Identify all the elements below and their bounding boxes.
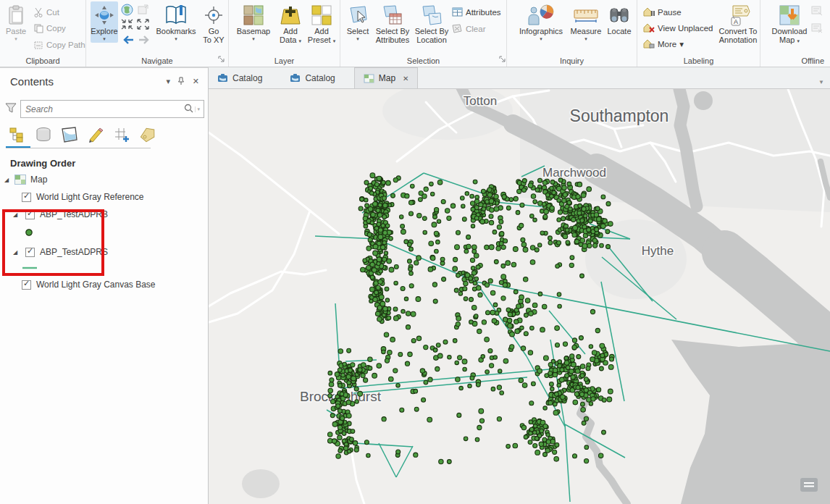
tree-item-map[interactable]: ◢ Map bbox=[0, 172, 47, 188]
tab-map-active[interactable]: Map ✕ bbox=[354, 67, 419, 88]
cut-button[interactable]: Cut bbox=[33, 5, 59, 19]
expand-icon[interactable]: ◢ bbox=[13, 249, 20, 256]
back-arrow-icon bbox=[121, 35, 134, 45]
expand-icon[interactable]: ◢ bbox=[13, 211, 20, 218]
contents-menu-caret-icon[interactable]: ▾ bbox=[166, 77, 170, 86]
list-by-data-source-icon[interactable] bbox=[33, 126, 53, 143]
catalog-tab-icon bbox=[217, 73, 228, 83]
basemap-icon bbox=[243, 4, 264, 27]
convert-to-annotation-button[interactable]: A Convert To Annotation bbox=[717, 1, 759, 45]
copy-path-icon bbox=[33, 40, 43, 50]
zoom-full-arrows-button[interactable] bbox=[137, 19, 149, 33]
list-by-labeling-icon[interactable] bbox=[138, 126, 157, 143]
view-unplaced-button[interactable]: View Unplaced bbox=[643, 21, 713, 35]
arcgis-pro-window: Paste ▾ Cut Copy Copy Path Clipboard bbox=[0, 0, 830, 504]
map-node-icon bbox=[14, 175, 26, 185]
clear-label: Clear bbox=[466, 25, 485, 33]
download-map-icon bbox=[779, 4, 800, 27]
paste-button[interactable]: Paste ▾ bbox=[1, 1, 30, 43]
full-extent-button[interactable] bbox=[121, 4, 133, 19]
measure-button[interactable]: Measure ▾ bbox=[569, 1, 603, 43]
copy-button[interactable]: Copy bbox=[33, 21, 66, 35]
basemap-button[interactable]: Basemap ▾ bbox=[233, 1, 274, 43]
basemap-label: Basemap bbox=[237, 27, 270, 35]
locate-button[interactable]: Locate bbox=[604, 1, 634, 36]
previous-extent-button[interactable] bbox=[121, 35, 134, 48]
pane-options-caret-icon[interactable]: ▼ bbox=[813, 76, 830, 88]
attributes-button[interactable]: Attributes bbox=[452, 5, 501, 19]
select-button[interactable]: Select ▾ bbox=[344, 1, 372, 43]
ribbon-group-labeling: Pause View Unplaced More ▾ A Convert To … bbox=[637, 0, 760, 67]
tab-catalog-1[interactable]: Catalog bbox=[209, 67, 271, 88]
inquiry-group-label: Inquiry bbox=[507, 56, 637, 65]
fixed-zoom-button[interactable] bbox=[137, 4, 149, 19]
line-symbol-icon bbox=[22, 265, 38, 271]
add-data-button[interactable]: Add Data ▾ bbox=[277, 1, 304, 45]
select-by-attributes-button[interactable]: Select By Attributes bbox=[374, 1, 411, 45]
point-symbol-icon bbox=[25, 228, 33, 237]
adprs-symbol-row[interactable] bbox=[0, 260, 38, 276]
adprs-checkbox[interactable]: ✓ bbox=[25, 248, 35, 257]
tree-item-base[interactable]: ✓ World Light Gray Canvas Base bbox=[0, 277, 156, 293]
tree-item-adprb[interactable]: ◢ ✓ ABP_TestADPRB bbox=[0, 206, 108, 222]
search-icon[interactable] bbox=[183, 103, 195, 116]
search-caret-icon[interactable]: ▾ bbox=[195, 106, 204, 112]
infographics-caret-icon: ▾ bbox=[540, 36, 542, 42]
map-canvas[interactable]: TottonSouthamptonMarchwoodHytheBrockenhu… bbox=[209, 89, 830, 504]
convert-to-annotation-label-2: Annotation bbox=[719, 35, 758, 44]
more-icon bbox=[643, 39, 655, 49]
go-to-xy-label-2: To XY bbox=[203, 35, 224, 44]
list-by-snapping-icon[interactable] bbox=[112, 126, 131, 143]
locate-icon bbox=[608, 4, 630, 27]
bookmarks-icon bbox=[165, 4, 187, 27]
explore-button[interactable]: Explore ▾ bbox=[91, 1, 118, 43]
list-by-drawing-order-icon[interactable] bbox=[7, 126, 27, 143]
basemap-caret-icon: ▾ bbox=[252, 36, 255, 42]
infographics-button[interactable]: Infographics ▾ bbox=[516, 1, 566, 43]
adprb-symbol-row[interactable] bbox=[0, 224, 33, 240]
offline-group-label: Offline bbox=[760, 56, 830, 65]
adprb-label: ABP_TestADPRB bbox=[40, 209, 108, 219]
remove-map-button[interactable] bbox=[811, 22, 823, 36]
base-checkbox[interactable]: ✓ bbox=[22, 280, 31, 290]
search-input[interactable] bbox=[21, 104, 183, 114]
layer-group-label: Layer bbox=[229, 56, 340, 65]
close-tab-icon[interactable]: ✕ bbox=[403, 75, 408, 83]
expand-icon[interactable]: ◢ bbox=[4, 177, 12, 183]
next-extent-button[interactable] bbox=[138, 35, 151, 48]
add-preset-button[interactable]: Add Preset ▾ bbox=[306, 1, 338, 45]
pause-labeling-button[interactable]: Pause bbox=[643, 5, 682, 19]
bookmarks-button[interactable]: Bookmarks ▾ bbox=[155, 1, 197, 43]
copy-icon bbox=[33, 23, 43, 33]
pin-icon[interactable] bbox=[177, 77, 185, 87]
map-view[interactable]: TottonSouthamptonMarchwoodHytheBrockenhu… bbox=[209, 89, 830, 504]
clear-button[interactable]: Clear bbox=[452, 22, 485, 35]
go-to-xy-button[interactable]: Go To XY bbox=[200, 1, 227, 45]
paste-label: Paste bbox=[6, 27, 26, 35]
go-to-xy-icon bbox=[204, 4, 223, 27]
contents-panel: Contents ▾ ✕ ▾ bbox=[0, 67, 209, 504]
zoom-to-selection-button[interactable] bbox=[121, 19, 133, 33]
list-by-editing-icon[interactable] bbox=[85, 126, 105, 143]
list-by-selection-icon[interactable] bbox=[59, 126, 79, 143]
cut-label: Cut bbox=[46, 8, 59, 17]
cut-icon bbox=[33, 7, 43, 17]
tree-item-adprs[interactable]: ◢ ✓ ABP_TestADPRS bbox=[0, 244, 108, 260]
copy-path-label: Copy Path bbox=[46, 41, 85, 49]
map-node-label: Map bbox=[30, 175, 47, 185]
download-map-button[interactable]: Download Map ▾ bbox=[772, 1, 807, 45]
more-labeling-button[interactable]: More ▾ bbox=[643, 37, 684, 51]
sync-map-button[interactable] bbox=[811, 5, 823, 19]
svg-text:Marchwood: Marchwood bbox=[542, 166, 606, 180]
close-panel-icon[interactable]: ✕ bbox=[193, 77, 199, 86]
clipboard-group-label: Clipboard bbox=[0, 56, 85, 65]
zoom-in-arrows-icon bbox=[121, 19, 133, 30]
tab-catalog-2[interactable]: Catalog bbox=[281, 67, 343, 88]
reference-checkbox[interactable]: ✓ bbox=[22, 193, 31, 202]
notification-icon[interactable] bbox=[800, 477, 818, 495]
copy-path-button[interactable]: Copy Path bbox=[33, 38, 85, 51]
tree-item-reference[interactable]: ✓ World Light Gray Reference bbox=[0, 189, 144, 205]
filter-icon[interactable] bbox=[5, 102, 17, 117]
adprb-checkbox[interactable]: ✓ bbox=[25, 210, 35, 219]
select-by-location-button[interactable]: Select By Location bbox=[413, 1, 450, 45]
